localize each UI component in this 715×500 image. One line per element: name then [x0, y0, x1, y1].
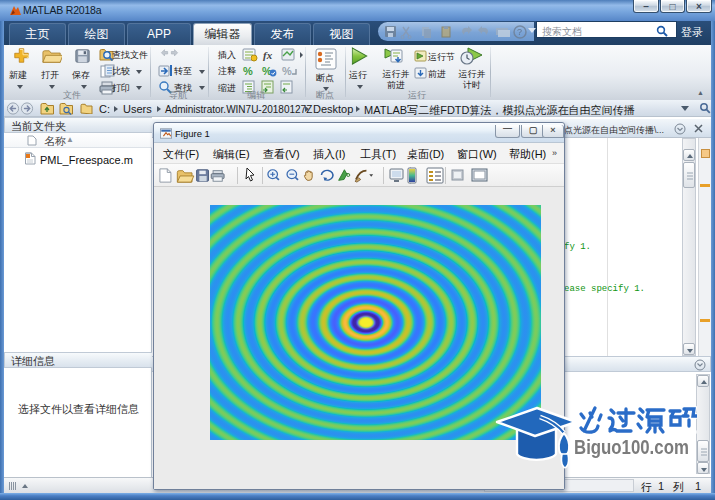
- svg-text:?: ?: [517, 27, 522, 37]
- svg-text:%: %: [282, 65, 292, 77]
- svg-text:fx: fx: [263, 49, 273, 61]
- svg-text:%: %: [243, 65, 253, 77]
